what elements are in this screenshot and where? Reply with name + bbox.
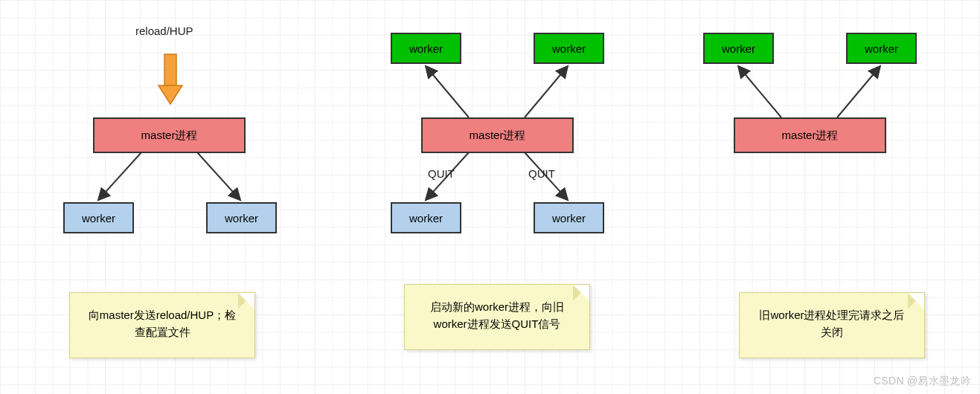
svg-line-9: [837, 67, 880, 117]
panel3-new-worker-right: worker: [846, 33, 917, 64]
reload-hup-label: reload/HUP: [135, 25, 193, 37]
panel3-new-worker-left: worker: [703, 33, 774, 64]
panel1-note: 向master发送reload/HUP；检查配置文件: [69, 292, 255, 358]
panel2-master-text: master进程: [470, 129, 526, 143]
panel1-worker-left-text: worker: [82, 212, 115, 225]
panel1-master-text: master进程: [141, 129, 198, 143]
svg-marker-1: [158, 85, 182, 104]
panel1-worker-left: worker: [63, 202, 134, 233]
svg-line-8: [739, 67, 781, 117]
panel1-master-process: master进程: [93, 117, 246, 153]
panel2-old-worker-right: worker: [534, 202, 604, 233]
panel2-new-worker-left: worker: [391, 33, 461, 64]
panel3-master-process: master进程: [734, 117, 886, 153]
panel2-new-worker-right: worker: [534, 33, 604, 64]
panel2-worker-left-text: worker: [409, 212, 443, 225]
panel2-green-left-text: worker: [409, 42, 443, 55]
panel2-master-process: master进程: [421, 117, 574, 153]
svg-line-4: [426, 67, 469, 117]
panel3-master-text: master进程: [782, 129, 839, 143]
svg-rect-0: [164, 54, 176, 85]
panel2-note: 启动新的worker进程，向旧worker进程发送QUIT信号: [404, 284, 590, 350]
panel1-worker-right-text: worker: [225, 212, 258, 225]
panel2-quit-right-label: QUIT: [528, 167, 555, 180]
panel2-green-right-text: worker: [552, 42, 586, 55]
svg-line-2: [99, 152, 141, 199]
panel2-quit-left-label: QUIT: [428, 167, 455, 180]
panel2-worker-right-text: worker: [552, 212, 586, 225]
panel1-note-text: 向master发送reload/HUP；检查配置文件: [89, 309, 236, 338]
panel3-green-right-text: worker: [865, 42, 898, 55]
panel2-note-text: 启动新的worker进程，向旧worker进程发送QUIT信号: [430, 300, 564, 330]
svg-line-3: [197, 152, 240, 199]
panel1-worker-right: worker: [206, 202, 277, 233]
svg-line-5: [525, 67, 567, 117]
panel3-note-text: 旧worker进程处理完请求之后关闭: [759, 309, 904, 338]
watermark: CSDN @易水墨龙吟: [874, 375, 971, 388]
panel3-green-left-text: worker: [722, 42, 755, 55]
panel3-note: 旧worker进程处理完请求之后关闭: [739, 292, 925, 358]
panel2-old-worker-left: worker: [391, 202, 461, 233]
